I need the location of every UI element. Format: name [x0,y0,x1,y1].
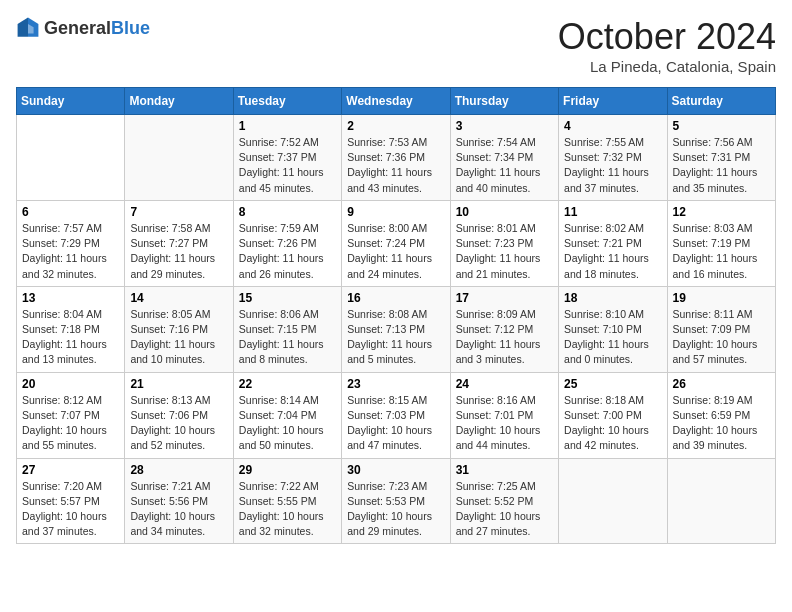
calendar-week-2: 6Sunrise: 7:57 AMSunset: 7:29 PMDaylight… [17,200,776,286]
calendar-week-5: 27Sunrise: 7:20 AMSunset: 5:57 PMDayligh… [17,458,776,544]
calendar-cell: 27Sunrise: 7:20 AMSunset: 5:57 PMDayligh… [17,458,125,544]
day-number: 6 [22,205,119,219]
day-number: 18 [564,291,661,305]
day-number: 14 [130,291,227,305]
calendar-cell: 17Sunrise: 8:09 AMSunset: 7:12 PMDayligh… [450,286,558,372]
title-section: October 2024 La Pineda, Catalonia, Spain [558,16,776,75]
day-number: 12 [673,205,770,219]
cell-content: Sunrise: 8:13 AMSunset: 7:06 PMDaylight:… [130,393,227,454]
day-number: 8 [239,205,336,219]
calendar-cell: 12Sunrise: 8:03 AMSunset: 7:19 PMDayligh… [667,200,775,286]
calendar-cell [559,458,667,544]
calendar-cell: 11Sunrise: 8:02 AMSunset: 7:21 PMDayligh… [559,200,667,286]
calendar-cell: 31Sunrise: 7:25 AMSunset: 5:52 PMDayligh… [450,458,558,544]
cell-content: Sunrise: 8:09 AMSunset: 7:12 PMDaylight:… [456,307,553,368]
cell-content: Sunrise: 7:55 AMSunset: 7:32 PMDaylight:… [564,135,661,196]
calendar-table: SundayMondayTuesdayWednesdayThursdayFrid… [16,87,776,544]
day-number: 22 [239,377,336,391]
cell-content: Sunrise: 7:20 AMSunset: 5:57 PMDaylight:… [22,479,119,540]
weekday-header-sunday: Sunday [17,88,125,115]
day-number: 17 [456,291,553,305]
day-number: 1 [239,119,336,133]
weekday-header-friday: Friday [559,88,667,115]
cell-content: Sunrise: 7:57 AMSunset: 7:29 PMDaylight:… [22,221,119,282]
cell-content: Sunrise: 8:01 AMSunset: 7:23 PMDaylight:… [456,221,553,282]
calendar-cell: 16Sunrise: 8:08 AMSunset: 7:13 PMDayligh… [342,286,450,372]
month-title: October 2024 [558,16,776,58]
location-title: La Pineda, Catalonia, Spain [558,58,776,75]
cell-content: Sunrise: 8:11 AMSunset: 7:09 PMDaylight:… [673,307,770,368]
day-number: 2 [347,119,444,133]
day-number: 13 [22,291,119,305]
day-number: 16 [347,291,444,305]
cell-content: Sunrise: 7:52 AMSunset: 7:37 PMDaylight:… [239,135,336,196]
cell-content: Sunrise: 8:03 AMSunset: 7:19 PMDaylight:… [673,221,770,282]
calendar-cell: 22Sunrise: 8:14 AMSunset: 7:04 PMDayligh… [233,372,341,458]
calendar-cell: 9Sunrise: 8:00 AMSunset: 7:24 PMDaylight… [342,200,450,286]
cell-content: Sunrise: 8:18 AMSunset: 7:00 PMDaylight:… [564,393,661,454]
day-number: 10 [456,205,553,219]
calendar-cell: 6Sunrise: 7:57 AMSunset: 7:29 PMDaylight… [17,200,125,286]
day-number: 28 [130,463,227,477]
day-number: 23 [347,377,444,391]
calendar-cell: 29Sunrise: 7:22 AMSunset: 5:55 PMDayligh… [233,458,341,544]
logo-general: General [44,18,111,38]
day-number: 26 [673,377,770,391]
cell-content: Sunrise: 7:59 AMSunset: 7:26 PMDaylight:… [239,221,336,282]
weekday-header-saturday: Saturday [667,88,775,115]
cell-content: Sunrise: 7:54 AMSunset: 7:34 PMDaylight:… [456,135,553,196]
cell-content: Sunrise: 8:05 AMSunset: 7:16 PMDaylight:… [130,307,227,368]
calendar-cell: 10Sunrise: 8:01 AMSunset: 7:23 PMDayligh… [450,200,558,286]
cell-content: Sunrise: 7:25 AMSunset: 5:52 PMDaylight:… [456,479,553,540]
cell-content: Sunrise: 7:21 AMSunset: 5:56 PMDaylight:… [130,479,227,540]
calendar-cell: 19Sunrise: 8:11 AMSunset: 7:09 PMDayligh… [667,286,775,372]
day-number: 4 [564,119,661,133]
calendar-cell: 14Sunrise: 8:05 AMSunset: 7:16 PMDayligh… [125,286,233,372]
day-number: 21 [130,377,227,391]
weekday-header-thursday: Thursday [450,88,558,115]
calendar-cell: 21Sunrise: 8:13 AMSunset: 7:06 PMDayligh… [125,372,233,458]
logo: GeneralBlue [16,16,150,40]
cell-content: Sunrise: 8:12 AMSunset: 7:07 PMDaylight:… [22,393,119,454]
cell-content: Sunrise: 8:04 AMSunset: 7:18 PMDaylight:… [22,307,119,368]
calendar-cell: 30Sunrise: 7:23 AMSunset: 5:53 PMDayligh… [342,458,450,544]
cell-content: Sunrise: 7:58 AMSunset: 7:27 PMDaylight:… [130,221,227,282]
calendar-cell: 1Sunrise: 7:52 AMSunset: 7:37 PMDaylight… [233,115,341,201]
calendar-week-3: 13Sunrise: 8:04 AMSunset: 7:18 PMDayligh… [17,286,776,372]
day-number: 31 [456,463,553,477]
calendar-cell: 18Sunrise: 8:10 AMSunset: 7:10 PMDayligh… [559,286,667,372]
cell-content: Sunrise: 8:02 AMSunset: 7:21 PMDaylight:… [564,221,661,282]
cell-content: Sunrise: 7:22 AMSunset: 5:55 PMDaylight:… [239,479,336,540]
calendar-cell [125,115,233,201]
cell-content: Sunrise: 8:19 AMSunset: 6:59 PMDaylight:… [673,393,770,454]
day-number: 15 [239,291,336,305]
logo-blue: Blue [111,18,150,38]
day-number: 3 [456,119,553,133]
calendar-week-1: 1Sunrise: 7:52 AMSunset: 7:37 PMDaylight… [17,115,776,201]
day-number: 24 [456,377,553,391]
logo-icon [16,16,40,40]
logo-text: GeneralBlue [44,18,150,39]
day-number: 30 [347,463,444,477]
calendar-cell: 4Sunrise: 7:55 AMSunset: 7:32 PMDaylight… [559,115,667,201]
calendar-cell: 7Sunrise: 7:58 AMSunset: 7:27 PMDaylight… [125,200,233,286]
cell-content: Sunrise: 7:56 AMSunset: 7:31 PMDaylight:… [673,135,770,196]
calendar-cell: 24Sunrise: 8:16 AMSunset: 7:01 PMDayligh… [450,372,558,458]
cell-content: Sunrise: 8:15 AMSunset: 7:03 PMDaylight:… [347,393,444,454]
cell-content: Sunrise: 8:08 AMSunset: 7:13 PMDaylight:… [347,307,444,368]
cell-content: Sunrise: 8:06 AMSunset: 7:15 PMDaylight:… [239,307,336,368]
calendar-cell: 8Sunrise: 7:59 AMSunset: 7:26 PMDaylight… [233,200,341,286]
calendar-cell [667,458,775,544]
day-number: 19 [673,291,770,305]
weekday-header-row: SundayMondayTuesdayWednesdayThursdayFrid… [17,88,776,115]
cell-content: Sunrise: 8:00 AMSunset: 7:24 PMDaylight:… [347,221,444,282]
calendar-cell: 20Sunrise: 8:12 AMSunset: 7:07 PMDayligh… [17,372,125,458]
day-number: 9 [347,205,444,219]
day-number: 5 [673,119,770,133]
calendar-cell: 25Sunrise: 8:18 AMSunset: 7:00 PMDayligh… [559,372,667,458]
weekday-header-wednesday: Wednesday [342,88,450,115]
day-number: 25 [564,377,661,391]
calendar-cell: 2Sunrise: 7:53 AMSunset: 7:36 PMDaylight… [342,115,450,201]
calendar-cell: 28Sunrise: 7:21 AMSunset: 5:56 PMDayligh… [125,458,233,544]
cell-content: Sunrise: 8:10 AMSunset: 7:10 PMDaylight:… [564,307,661,368]
